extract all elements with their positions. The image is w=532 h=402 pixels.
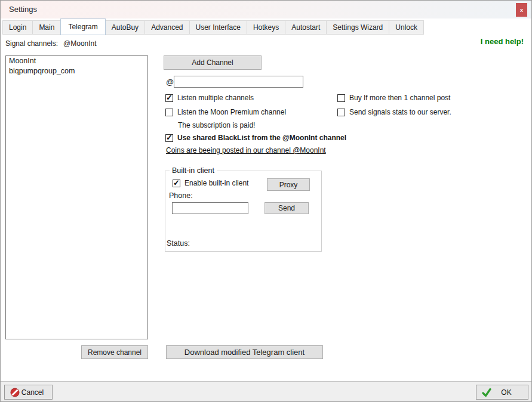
selected-channel-value: @MoonInt bbox=[63, 39, 97, 48]
tab-hotkeys[interactable]: Hotkeys bbox=[247, 20, 285, 35]
checkbox-box bbox=[337, 109, 345, 116]
help-link[interactable]: I need help! bbox=[481, 37, 524, 46]
list-item[interactable]: biqpumpqroup_com bbox=[6, 66, 147, 76]
titlebar: Settings x bbox=[1, 1, 531, 18]
checkbox-listen-multiple-channels[interactable]: Listen multiple channels bbox=[165, 94, 254, 102]
tab-advanced[interactable]: Advanced bbox=[144, 20, 189, 35]
checkbox-use-shared-blacklist[interactable]: Use shared BlackList from the @MoonInt c… bbox=[165, 134, 346, 142]
status-label: Status: bbox=[167, 239, 190, 248]
builtin-client-groupbox: Built-in client Enable built-in client P… bbox=[165, 171, 322, 252]
checkbox-label: Enable built-in client bbox=[184, 179, 248, 187]
tab-strip: Login Main Telegram AutoBuy Advanced Use… bbox=[1, 18, 531, 35]
channel-link[interactable]: Coins are beeing posted in our channel @… bbox=[166, 146, 326, 154]
ok-check-icon bbox=[482, 388, 491, 397]
tab-telegram[interactable]: Telegram bbox=[60, 18, 105, 35]
tab-main[interactable]: Main bbox=[32, 20, 61, 35]
checkbox-label: Buy If more then 1 channel post bbox=[349, 94, 450, 102]
close-icon: x bbox=[520, 7, 523, 13]
phone-input[interactable] bbox=[172, 202, 248, 214]
telegram-tab-panel: I need help! Signal channels:@MoonInt Mo… bbox=[1, 35, 531, 381]
channel-listbox[interactable]: MoonInt biqpumpqroup_com bbox=[5, 55, 148, 339]
cancel-prohibited-icon bbox=[10, 388, 20, 397]
download-telegram-client-button[interactable]: Download modified Telegram client bbox=[166, 345, 323, 359]
groupbox-legend: Built-in client bbox=[170, 166, 217, 175]
tab-user-interface[interactable]: User Interface bbox=[189, 20, 247, 35]
remove-channel-button[interactable]: Remove channel bbox=[81, 345, 148, 359]
tab-autobuy[interactable]: AutoBuy bbox=[105, 20, 145, 35]
settings-window: Settings x Login Main Telegram AutoBuy A… bbox=[0, 0, 532, 402]
tab-settings-wizard[interactable]: Settings Wizard bbox=[326, 20, 389, 35]
channel-name-input[interactable] bbox=[174, 76, 303, 88]
list-item[interactable]: MoonInt bbox=[6, 56, 147, 66]
window-title: Settings bbox=[9, 5, 37, 14]
send-button[interactable]: Send bbox=[265, 202, 309, 214]
tab-autostart[interactable]: Autostart bbox=[285, 20, 327, 35]
ok-button[interactable]: OK bbox=[476, 385, 528, 400]
tab-unlock[interactable]: Unlock bbox=[389, 20, 424, 35]
phone-label: Phone: bbox=[169, 191, 193, 200]
checkbox-label: Listen the Moon Premium channel bbox=[177, 108, 286, 116]
checkbox-box bbox=[173, 180, 180, 187]
subscription-note: The subscription is paid! bbox=[178, 121, 255, 129]
at-sign-label: @ bbox=[166, 78, 174, 86]
checkbox-buy-if-more-channels[interactable]: Buy If more then 1 channel post bbox=[337, 94, 450, 102]
checkbox-listen-moon-premium[interactable]: Listen the Moon Premium channel bbox=[165, 108, 286, 116]
cancel-button[interactable]: Cancel bbox=[4, 385, 53, 400]
proxy-button[interactable]: Proxy bbox=[267, 178, 310, 191]
cancel-label: Cancel bbox=[21, 388, 44, 397]
close-button[interactable]: x bbox=[516, 3, 527, 17]
add-channel-button[interactable]: Add Channel bbox=[164, 55, 262, 70]
checkbox-label: Listen multiple channels bbox=[177, 94, 254, 102]
footer-bar: Cancel OK bbox=[1, 381, 531, 401]
checkbox-box bbox=[165, 134, 173, 142]
checkbox-enable-builtin-client[interactable]: Enable built-in client bbox=[173, 179, 248, 187]
checkbox-box bbox=[165, 94, 173, 102]
signal-channels-label: Signal channels:@MoonInt bbox=[5, 39, 97, 48]
tab-login[interactable]: Login bbox=[2, 20, 33, 35]
checkbox-box bbox=[337, 94, 345, 102]
ok-label: OK bbox=[501, 388, 511, 397]
checkbox-send-signal-stats[interactable]: Send signals stats to our server. bbox=[337, 108, 451, 116]
checkbox-box bbox=[165, 109, 173, 116]
checkbox-label: Use shared BlackList from the @MoonInt c… bbox=[177, 134, 346, 142]
checkbox-label: Send signals stats to our server. bbox=[349, 108, 451, 116]
